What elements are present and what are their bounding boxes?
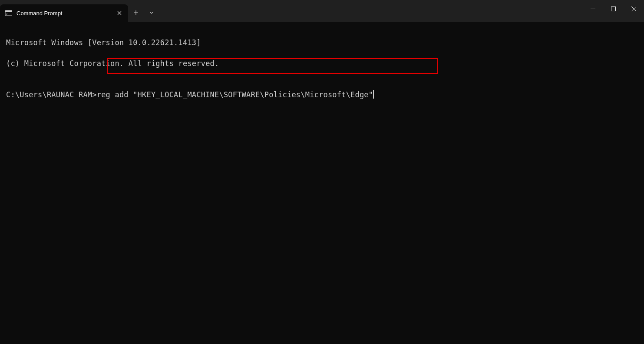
terminal-command: reg add "HKEY_LOCAL_MACHINE\SOFTWARE\Pol… <box>97 90 373 99</box>
titlebar: Command Prompt <box>0 0 644 22</box>
tab-command-prompt[interactable]: Command Prompt <box>0 4 128 22</box>
tab-dropdown-button[interactable] <box>144 5 159 20</box>
close-tab-button[interactable] <box>115 9 124 17</box>
terminal-line: (c) Microsoft Corporation. All rights re… <box>6 58 638 69</box>
svg-rect-2 <box>611 7 616 11</box>
new-tab-button[interactable] <box>128 5 144 20</box>
cursor-icon <box>373 90 374 99</box>
svg-rect-1 <box>5 10 12 12</box>
titlebar-drag-area[interactable] <box>159 0 583 22</box>
window-controls <box>583 0 644 17</box>
terminal-line: Microsoft Windows [Version 10.0.22621.14… <box>6 37 638 48</box>
terminal-prompt-line: C:\Users\RAUNAC RAM>reg add "HKEY_LOCAL_… <box>6 89 638 100</box>
terminal-prompt: C:\Users\RAUNAC RAM> <box>6 90 97 99</box>
terminal-icon <box>5 10 12 17</box>
tab-actions <box>128 0 159 22</box>
terminal-output[interactable]: Microsoft Windows [Version 10.0.22621.14… <box>0 22 644 116</box>
maximize-button[interactable] <box>603 0 624 17</box>
minimize-button[interactable] <box>583 0 603 17</box>
close-window-button[interactable] <box>624 0 644 17</box>
tab-title: Command Prompt <box>17 10 111 17</box>
